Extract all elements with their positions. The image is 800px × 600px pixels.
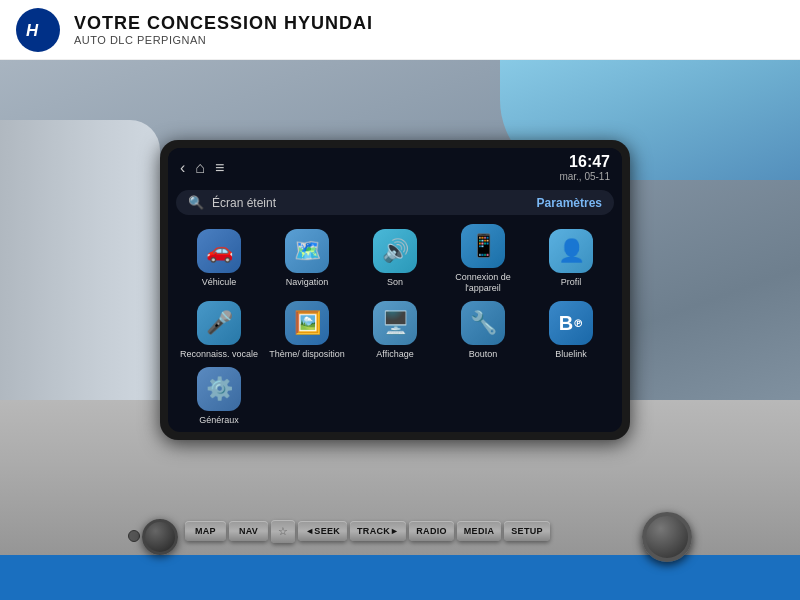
icon-vehicule[interactable]: 🚗Véhicule (176, 224, 262, 294)
search-icon: 🔍 (188, 195, 204, 210)
icon-circle-profil: 👤 (549, 229, 593, 273)
icon-label-profil: Profil (561, 277, 582, 288)
back-button[interactable]: ‹ (180, 159, 185, 177)
header: H VOTRE CONCESSION HYUNDAI AUTO DLC PERP… (0, 0, 800, 60)
search-status: Écran éteint (212, 196, 537, 210)
icon-circle-navigation: 🗺️ (285, 229, 329, 273)
top-bar: ‹ ⌂ ≡ 16:47 mar., 05-11 (168, 148, 622, 187)
home-button[interactable]: ⌂ (195, 159, 205, 177)
star-button[interactable]: ☆ (271, 520, 295, 543)
top-bar-right: 16:47 mar., 05-11 (559, 153, 610, 182)
icon-affichage[interactable]: 🖥️Affichage (352, 296, 438, 366)
setup-button[interactable]: SETUP (504, 521, 550, 541)
icon-reconnaiss[interactable]: 🎤Reconnaiss. vocale (176, 296, 262, 366)
icon-label-bluelink: Bluelink (555, 349, 587, 360)
infotainment-screen: ‹ ⌂ ≡ 16:47 mar., 05-11 🔍 Écran éteint P… (168, 148, 622, 432)
icon-circle-vehicule: 🚗 (197, 229, 241, 273)
header-title: VOTRE CONCESSION HYUNDAI (74, 13, 373, 34)
icon-circle-bluelink: B℗ (549, 301, 593, 345)
nav-button[interactable]: NAV (229, 521, 268, 541)
icon-circle-son: 🔊 (373, 229, 417, 273)
top-bar-left: ‹ ⌂ ≡ (180, 159, 224, 177)
icon-bouton[interactable]: 🔧Bouton (440, 296, 526, 366)
search-bar[interactable]: 🔍 Écran éteint Paramètres (176, 190, 614, 215)
icon-label-generaux: Généraux (199, 415, 239, 426)
icon-label-reconnaiss: Reconnaiss. vocale (180, 349, 258, 360)
clock: 16:47 (569, 153, 610, 171)
header-subtitle: AUTO DLC PERPIGNAN (74, 34, 373, 46)
icon-label-navigation: Navigation (286, 277, 329, 288)
car-area: ‹ ⌂ ≡ 16:47 mar., 05-11 🔍 Écran éteint P… (0, 60, 800, 600)
icon-label-son: Son (387, 277, 403, 288)
physical-buttons: MAP NAV ☆ ◄SEEK TRACK► RADIO MEDIA SETUP (185, 512, 615, 550)
seek-back-button[interactable]: ◄SEEK (298, 521, 347, 541)
icon-theme[interactable]: 🖼️Thème/ disposition (264, 296, 350, 366)
icon-circle-bouton: 🔧 (461, 301, 505, 345)
settings-label[interactable]: Paramètres (537, 196, 602, 210)
menu-button[interactable]: ≡ (215, 159, 224, 177)
icon-circle-reconnaiss: 🎤 (197, 301, 241, 345)
track-button[interactable]: TRACK► (350, 521, 406, 541)
icon-generaux[interactable]: ⚙️Généraux (176, 367, 262, 426)
icon-label-vehicule: Véhicule (202, 277, 237, 288)
left-knob[interactable] (142, 519, 178, 555)
power-button[interactable] (128, 530, 140, 542)
right-knob[interactable] (642, 512, 692, 562)
icon-connexion[interactable]: 📱Connexion de l'appareil (440, 224, 526, 294)
icon-profil[interactable]: 👤Profil (528, 224, 614, 294)
icon-son[interactable]: 🔊Son (352, 224, 438, 294)
map-button[interactable]: MAP (185, 521, 226, 541)
media-button[interactable]: MEDIA (457, 521, 502, 541)
icons-grid: 🚗Véhicule🗺️Navigation🔊Son📱Connexion de l… (168, 218, 622, 432)
icon-circle-generaux: ⚙️ (197, 367, 241, 411)
icon-label-connexion: Connexion de l'appareil (440, 272, 526, 294)
screen-bezel: ‹ ⌂ ≡ 16:47 mar., 05-11 🔍 Écran éteint P… (160, 140, 630, 440)
radio-button[interactable]: RADIO (409, 521, 454, 541)
date: mar., 05-11 (559, 171, 610, 182)
header-text: VOTRE CONCESSION HYUNDAI AUTO DLC PERPIG… (74, 13, 373, 46)
icon-label-affichage: Affichage (376, 349, 413, 360)
icon-circle-theme: 🖼️ (285, 301, 329, 345)
icon-label-bouton: Bouton (469, 349, 498, 360)
icon-circle-connexion: 📱 (461, 224, 505, 268)
icon-circle-affichage: 🖥️ (373, 301, 417, 345)
blue-strip (0, 555, 800, 600)
icon-navigation[interactable]: 🗺️Navigation (264, 224, 350, 294)
hyundai-logo: H (16, 8, 60, 52)
icon-label-theme: Thème/ disposition (269, 349, 345, 360)
svg-text:H: H (26, 21, 39, 40)
icon-bluelink[interactable]: B℗Bluelink (528, 296, 614, 366)
